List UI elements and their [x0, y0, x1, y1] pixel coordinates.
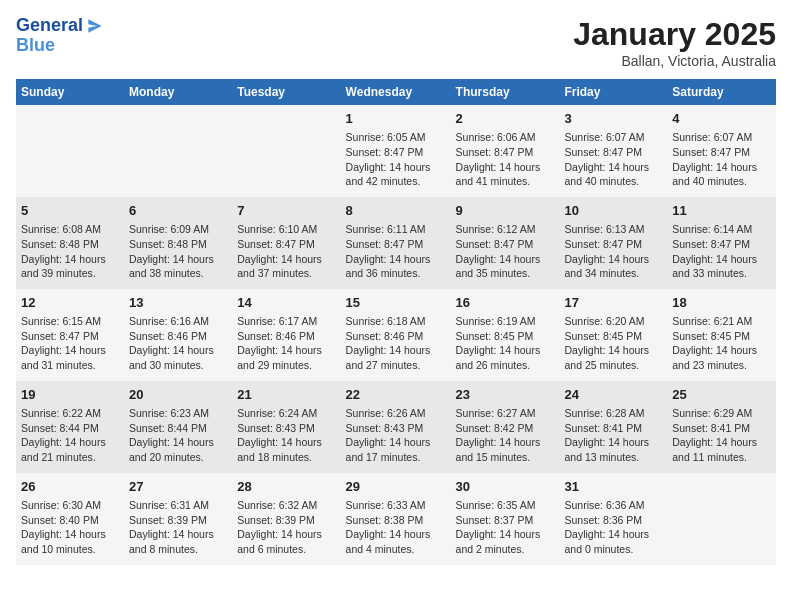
calendar-cell: 19Sunrise: 6:22 AMSunset: 8:44 PMDayligh… — [16, 381, 124, 473]
calendar-cell: 29Sunrise: 6:33 AMSunset: 8:38 PMDayligh… — [341, 473, 451, 565]
day-info: Sunrise: 6:28 AMSunset: 8:41 PMDaylight:… — [564, 406, 662, 465]
day-number: 19 — [21, 386, 119, 404]
day-info: Sunrise: 6:22 AMSunset: 8:44 PMDaylight:… — [21, 406, 119, 465]
calendar-week-row: 5Sunrise: 6:08 AMSunset: 8:48 PMDaylight… — [16, 197, 776, 289]
calendar-cell — [16, 105, 124, 197]
day-info: Sunrise: 6:36 AMSunset: 8:36 PMDaylight:… — [564, 498, 662, 557]
day-number: 21 — [237, 386, 335, 404]
day-number: 8 — [346, 202, 446, 220]
day-info: Sunrise: 6:23 AMSunset: 8:44 PMDaylight:… — [129, 406, 227, 465]
day-info: Sunrise: 6:10 AMSunset: 8:47 PMDaylight:… — [237, 222, 335, 281]
calendar-cell: 22Sunrise: 6:26 AMSunset: 8:43 PMDayligh… — [341, 381, 451, 473]
day-info: Sunrise: 6:06 AMSunset: 8:47 PMDaylight:… — [456, 130, 555, 189]
calendar-cell: 12Sunrise: 6:15 AMSunset: 8:47 PMDayligh… — [16, 289, 124, 381]
day-number: 16 — [456, 294, 555, 312]
day-number: 7 — [237, 202, 335, 220]
calendar-week-row: 19Sunrise: 6:22 AMSunset: 8:44 PMDayligh… — [16, 381, 776, 473]
calendar-cell: 4Sunrise: 6:07 AMSunset: 8:47 PMDaylight… — [667, 105, 776, 197]
day-info: Sunrise: 6:20 AMSunset: 8:45 PMDaylight:… — [564, 314, 662, 373]
weekday-header-cell: Monday — [124, 79, 232, 105]
calendar-cell: 13Sunrise: 6:16 AMSunset: 8:46 PMDayligh… — [124, 289, 232, 381]
calendar-cell: 27Sunrise: 6:31 AMSunset: 8:39 PMDayligh… — [124, 473, 232, 565]
calendar-week-row: 1Sunrise: 6:05 AMSunset: 8:47 PMDaylight… — [16, 105, 776, 197]
day-info: Sunrise: 6:16 AMSunset: 8:46 PMDaylight:… — [129, 314, 227, 373]
day-info: Sunrise: 6:12 AMSunset: 8:47 PMDaylight:… — [456, 222, 555, 281]
page-header: General Blue January 2025 Ballan, Victor… — [16, 16, 776, 69]
day-info: Sunrise: 6:27 AMSunset: 8:42 PMDaylight:… — [456, 406, 555, 465]
calendar-cell: 2Sunrise: 6:06 AMSunset: 8:47 PMDaylight… — [451, 105, 560, 197]
calendar-cell: 18Sunrise: 6:21 AMSunset: 8:45 PMDayligh… — [667, 289, 776, 381]
day-info: Sunrise: 6:05 AMSunset: 8:47 PMDaylight:… — [346, 130, 446, 189]
day-info: Sunrise: 6:13 AMSunset: 8:47 PMDaylight:… — [564, 222, 662, 281]
calendar-cell: 26Sunrise: 6:30 AMSunset: 8:40 PMDayligh… — [16, 473, 124, 565]
weekday-header-cell: Sunday — [16, 79, 124, 105]
day-number: 31 — [564, 478, 662, 496]
calendar-cell: 15Sunrise: 6:18 AMSunset: 8:46 PMDayligh… — [341, 289, 451, 381]
location: Ballan, Victoria, Australia — [573, 53, 776, 69]
calendar-week-row: 12Sunrise: 6:15 AMSunset: 8:47 PMDayligh… — [16, 289, 776, 381]
day-info: Sunrise: 6:33 AMSunset: 8:38 PMDaylight:… — [346, 498, 446, 557]
day-number: 23 — [456, 386, 555, 404]
day-number: 4 — [672, 110, 771, 128]
calendar-cell: 1Sunrise: 6:05 AMSunset: 8:47 PMDaylight… — [341, 105, 451, 197]
calendar-cell: 20Sunrise: 6:23 AMSunset: 8:44 PMDayligh… — [124, 381, 232, 473]
calendar-cell: 5Sunrise: 6:08 AMSunset: 8:48 PMDaylight… — [16, 197, 124, 289]
day-info: Sunrise: 6:35 AMSunset: 8:37 PMDaylight:… — [456, 498, 555, 557]
weekday-header-cell: Wednesday — [341, 79, 451, 105]
calendar-cell: 9Sunrise: 6:12 AMSunset: 8:47 PMDaylight… — [451, 197, 560, 289]
day-info: Sunrise: 6:09 AMSunset: 8:48 PMDaylight:… — [129, 222, 227, 281]
day-number: 18 — [672, 294, 771, 312]
calendar-cell: 3Sunrise: 6:07 AMSunset: 8:47 PMDaylight… — [559, 105, 667, 197]
calendar-cell: 17Sunrise: 6:20 AMSunset: 8:45 PMDayligh… — [559, 289, 667, 381]
day-info: Sunrise: 6:31 AMSunset: 8:39 PMDaylight:… — [129, 498, 227, 557]
calendar-cell — [232, 105, 340, 197]
day-number: 24 — [564, 386, 662, 404]
calendar-cell: 11Sunrise: 6:14 AMSunset: 8:47 PMDayligh… — [667, 197, 776, 289]
day-info: Sunrise: 6:11 AMSunset: 8:47 PMDaylight:… — [346, 222, 446, 281]
day-number: 11 — [672, 202, 771, 220]
day-info: Sunrise: 6:17 AMSunset: 8:46 PMDaylight:… — [237, 314, 335, 373]
calendar-cell: 16Sunrise: 6:19 AMSunset: 8:45 PMDayligh… — [451, 289, 560, 381]
day-number: 26 — [21, 478, 119, 496]
day-number: 9 — [456, 202, 555, 220]
day-number: 29 — [346, 478, 446, 496]
weekday-header-cell: Friday — [559, 79, 667, 105]
calendar-cell: 25Sunrise: 6:29 AMSunset: 8:41 PMDayligh… — [667, 381, 776, 473]
calendar-table: SundayMondayTuesdayWednesdayThursdayFrid… — [16, 79, 776, 565]
calendar-body: 1Sunrise: 6:05 AMSunset: 8:47 PMDaylight… — [16, 105, 776, 565]
calendar-cell: 6Sunrise: 6:09 AMSunset: 8:48 PMDaylight… — [124, 197, 232, 289]
day-info: Sunrise: 6:26 AMSunset: 8:43 PMDaylight:… — [346, 406, 446, 465]
weekday-header-cell: Saturday — [667, 79, 776, 105]
logo-icon — [85, 16, 105, 36]
day-number: 1 — [346, 110, 446, 128]
logo-text-blue: Blue — [16, 36, 105, 56]
calendar-cell: 24Sunrise: 6:28 AMSunset: 8:41 PMDayligh… — [559, 381, 667, 473]
calendar-cell: 31Sunrise: 6:36 AMSunset: 8:36 PMDayligh… — [559, 473, 667, 565]
calendar-cell: 14Sunrise: 6:17 AMSunset: 8:46 PMDayligh… — [232, 289, 340, 381]
weekday-header-cell: Thursday — [451, 79, 560, 105]
day-number: 22 — [346, 386, 446, 404]
day-number: 27 — [129, 478, 227, 496]
day-number: 17 — [564, 294, 662, 312]
day-info: Sunrise: 6:07 AMSunset: 8:47 PMDaylight:… — [672, 130, 771, 189]
svg-marker-0 — [88, 20, 101, 33]
calendar-cell: 8Sunrise: 6:11 AMSunset: 8:47 PMDaylight… — [341, 197, 451, 289]
day-number: 2 — [456, 110, 555, 128]
calendar-cell — [124, 105, 232, 197]
day-info: Sunrise: 6:32 AMSunset: 8:39 PMDaylight:… — [237, 498, 335, 557]
calendar-cell: 23Sunrise: 6:27 AMSunset: 8:42 PMDayligh… — [451, 381, 560, 473]
title-block: January 2025 Ballan, Victoria, Australia — [573, 16, 776, 69]
calendar-cell: 30Sunrise: 6:35 AMSunset: 8:37 PMDayligh… — [451, 473, 560, 565]
day-info: Sunrise: 6:07 AMSunset: 8:47 PMDaylight:… — [564, 130, 662, 189]
day-number: 20 — [129, 386, 227, 404]
day-number: 3 — [564, 110, 662, 128]
day-info: Sunrise: 6:19 AMSunset: 8:45 PMDaylight:… — [456, 314, 555, 373]
calendar-cell: 7Sunrise: 6:10 AMSunset: 8:47 PMDaylight… — [232, 197, 340, 289]
day-number: 30 — [456, 478, 555, 496]
day-info: Sunrise: 6:30 AMSunset: 8:40 PMDaylight:… — [21, 498, 119, 557]
day-info: Sunrise: 6:18 AMSunset: 8:46 PMDaylight:… — [346, 314, 446, 373]
day-number: 25 — [672, 386, 771, 404]
day-number: 13 — [129, 294, 227, 312]
calendar-cell: 21Sunrise: 6:24 AMSunset: 8:43 PMDayligh… — [232, 381, 340, 473]
day-number: 15 — [346, 294, 446, 312]
